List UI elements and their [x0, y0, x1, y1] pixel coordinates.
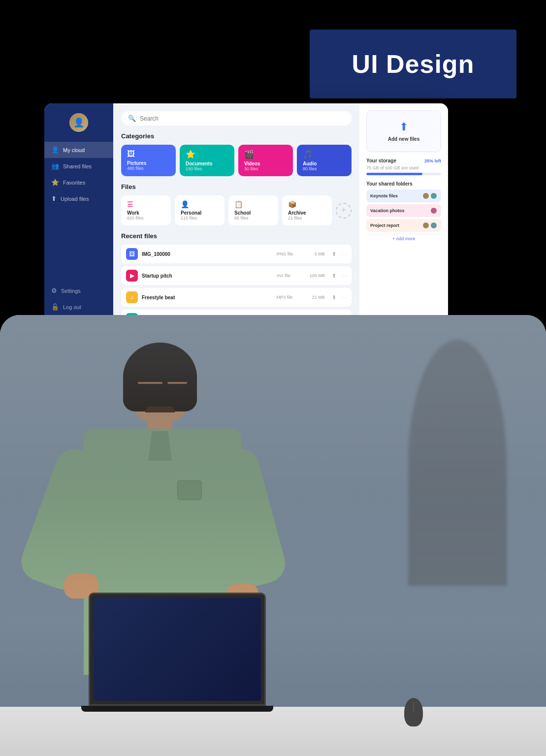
upload-area[interactable]: ⬆ Add new files [366, 110, 441, 152]
audio-name: Audio [303, 161, 346, 166]
search-icon: 🔍 [128, 115, 136, 122]
personal-icon: 👤 [181, 200, 219, 208]
category-pictures[interactable]: 🖼 Pictures 480 files [121, 145, 176, 176]
favorites-icon: ⭐ [51, 179, 59, 186]
file-school[interactable]: 📋 School 65 files [228, 195, 278, 225]
person-mustache [145, 407, 175, 412]
personal-count: 115 files [181, 216, 219, 220]
sidebar-item-upload-files[interactable]: ⬆ Upload files [44, 190, 113, 207]
ui-card: 👤 👤 My cloud 👥 Shared files ⭐ Favorites … [44, 103, 448, 325]
sidebar-label-upload-files: Upload files [61, 196, 89, 202]
recent-file-name-2: Freestyle beat [142, 295, 273, 300]
main-content: 🔍 Categories 🖼 Pictures 480 files ⭐ Docu… [113, 103, 448, 325]
search-input[interactable] [140, 115, 345, 122]
upload-files-icon: ⬆ [51, 195, 57, 202]
vacation-avatars [430, 207, 437, 214]
file-personal[interactable]: 👤 Personal 115 files [175, 195, 225, 225]
add-file-button[interactable]: + [336, 203, 352, 219]
recent-file-item: ♪ Freestyle beat MP3 file 21 MB ⬆ ··· [121, 288, 352, 307]
file-thumb-video: ▶ [126, 270, 138, 282]
storage-label: Your storage [366, 158, 396, 163]
shared-folder-keynote[interactable]: Keynote files [366, 189, 441, 202]
more-icon-2[interactable]: ··· [342, 294, 347, 300]
avatar-4 [422, 222, 429, 229]
logout-icon: 🔓 [51, 303, 59, 311]
archive-name: Archive [288, 210, 326, 216]
shared-files-icon: 👥 [51, 162, 59, 170]
category-audio[interactable]: 🎵 Audio 80 files [297, 145, 352, 176]
videos-name: Videos [244, 161, 287, 166]
laptop [89, 593, 273, 712]
add-more-button[interactable]: + Add more [366, 234, 441, 243]
sidebar-label-my-cloud: My cloud [63, 147, 85, 153]
share-icon-0[interactable]: ⬆ [332, 251, 336, 257]
vacation-photos-label: Vacation photos [370, 208, 405, 213]
sidebar-label-logout: Log out [63, 304, 81, 310]
storage-sub: 75 GB of 100 GB are used [366, 165, 441, 170]
shared-folders-section: Your shared folders Keynote files Vacati… [366, 181, 441, 243]
recent-file-item: 🖼 IMG_100000 PNG file 5 MB ⬆ ··· [121, 245, 352, 263]
person-eyebrow-left [138, 382, 162, 384]
ui-design-banner: UI Design [310, 30, 516, 98]
sidebar: 👤 👤 My cloud 👥 Shared files ⭐ Favorites … [44, 103, 113, 325]
banner-title: UI Design [352, 49, 475, 79]
search-bar[interactable]: 🔍 [121, 111, 352, 126]
recent-file-item: ▶ Startup pitch AVI file 105 MB ⬆ ··· [121, 266, 352, 285]
photo-section [0, 315, 546, 756]
my-cloud-icon: 👤 [51, 146, 59, 154]
file-archive[interactable]: 📦 Archive 21 files [282, 195, 332, 225]
person-eyebrow-right [167, 382, 187, 384]
person-hair [123, 343, 197, 411]
file-thumb-audio: ♪ [126, 291, 138, 303]
more-icon-1[interactable]: ··· [342, 273, 347, 279]
share-icon-2[interactable]: ⬆ [332, 294, 336, 301]
avatar-3 [430, 207, 437, 214]
more-icon-0[interactable]: ··· [342, 251, 347, 257]
sidebar-item-settings[interactable]: ⚙ Settings [44, 283, 113, 299]
keynote-files-label: Keynote files [370, 193, 398, 198]
category-documents[interactable]: ⭐ Documents 190 files [180, 145, 234, 176]
files-title: Files [121, 183, 352, 190]
sidebar-label-shared-files: Shared files [63, 163, 92, 169]
documents-icon: ⭐ [186, 150, 228, 159]
storage-percent: 25% left [424, 158, 441, 163]
sidebar-item-logout[interactable]: 🔓 Log out [44, 299, 113, 315]
documents-name: Documents [186, 161, 228, 166]
pictures-icon: 🖼 [127, 150, 170, 158]
categories-row: 🖼 Pictures 480 files ⭐ Documents 190 fil… [121, 145, 352, 176]
file-work[interactable]: ☰ Work 820 files [121, 195, 171, 225]
recent-file-type-2: MP3 file [277, 295, 301, 300]
documents-count: 190 files [186, 166, 228, 171]
pictures-name: Pictures [127, 160, 170, 166]
sidebar-item-favorites[interactable]: ⭐ Favorites [44, 174, 113, 190]
storage-bar-bg [366, 173, 441, 175]
work-name: Work [127, 210, 165, 216]
files-row: ☰ Work 820 files 👤 Personal 115 files 📋 … [121, 195, 352, 225]
sidebar-label-settings: Settings [61, 288, 81, 294]
laptop-screen [89, 593, 266, 706]
storage-section: Your storage 25% left 75 GB of 100 GB ar… [366, 158, 441, 175]
personal-name: Personal [181, 210, 219, 216]
sidebar-item-shared-files[interactable]: 👥 Shared files [44, 158, 113, 174]
audio-icon: 🎵 [303, 150, 346, 159]
recent-file-size-1: 105 MB [305, 273, 325, 278]
shared-folders-title: Your shared folders [366, 181, 441, 187]
sidebar-item-my-cloud[interactable]: 👤 My cloud [44, 142, 113, 158]
upload-icon: ⬆ [399, 121, 408, 133]
shared-folder-vacation[interactable]: Vacation photos [366, 204, 441, 217]
school-icon: 📋 [234, 200, 272, 208]
recent-file-name-1: Startup pitch [142, 273, 273, 279]
settings-icon: ⚙ [51, 287, 57, 294]
shared-folder-project[interactable]: Project report [366, 219, 441, 232]
storage-bar-fill [366, 173, 422, 175]
work-count: 820 files [127, 216, 165, 220]
avatar: 👤 [69, 113, 88, 132]
category-videos[interactable]: 🎬 Videos 30 files [238, 145, 293, 176]
recent-file-name-0: IMG_100000 [142, 252, 273, 257]
audio-count: 80 files [303, 166, 346, 171]
mouse-line [413, 702, 414, 712]
pictures-count: 480 files [127, 166, 170, 171]
share-icon-1[interactable]: ⬆ [332, 273, 336, 279]
sidebar-nav: 👤 My cloud 👥 Shared files ⭐ Favorites ⬆ … [44, 142, 113, 283]
recent-file-size-2: 21 MB [305, 295, 325, 300]
